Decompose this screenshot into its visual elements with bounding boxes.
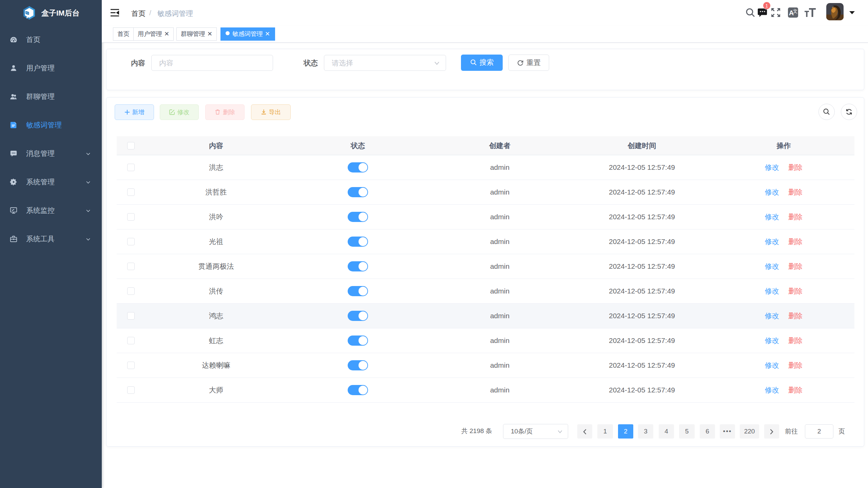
svg-text:文: 文 (793, 8, 798, 14)
